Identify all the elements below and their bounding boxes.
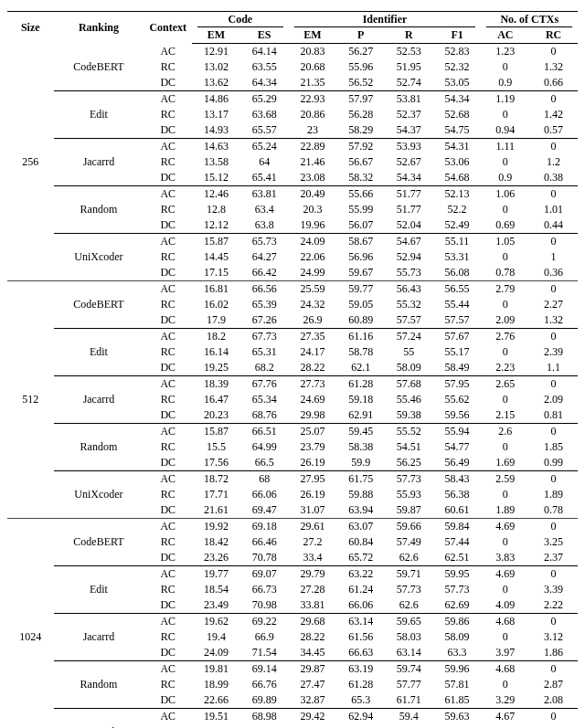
table-row: 256CodeBERTAC12.9164.1420.8356.2752.5352… [7, 44, 578, 60]
cell-value: 20.83 [289, 44, 337, 60]
table-row: JacarrdAC18.3967.7627.7361.2857.6857.952… [7, 376, 578, 393]
cell-context: AC [144, 519, 192, 535]
cell-value: 29.87 [289, 661, 337, 678]
cell-value: 4.68 [481, 661, 529, 678]
cell-value: 28.33 [289, 724, 337, 728]
cell-value: 52.13 [433, 186, 482, 203]
cell-context: DC [144, 692, 192, 709]
cell-value: 61.85 [433, 692, 482, 709]
cell-value: 59.95 [433, 566, 482, 583]
table-row: EditAC14.8665.2922.9357.9753.8154.341.19… [7, 91, 578, 108]
col-size: Size [7, 12, 54, 44]
cell-ranking: Edit [54, 91, 144, 139]
cell-size: 1024 [7, 519, 54, 729]
cell-context: DC [144, 312, 192, 329]
cell-value: 59.88 [336, 487, 385, 502]
cell-ranking: Random [54, 186, 144, 234]
cell-value: 24.32 [289, 297, 337, 312]
cell-value: 16.81 [192, 281, 240, 298]
cell-value: 68.2 [240, 360, 289, 376]
cell-value: 24.69 [289, 392, 337, 407]
cell-value: 59.66 [385, 519, 433, 535]
cell-value: 61.75 [336, 471, 385, 488]
cell-value: 64.34 [240, 75, 289, 91]
cell-value: 53.31 [433, 249, 482, 265]
cell-value: 54.75 [433, 122, 482, 139]
cell-value: 63.4 [240, 202, 289, 217]
cell-context: AC [144, 424, 192, 440]
cell-value: 0 [529, 44, 578, 60]
cell-value: 66.73 [240, 582, 289, 597]
cell-value: 65.72 [336, 550, 385, 566]
cell-value: 64 [240, 154, 289, 170]
cell-value: 59.45 [336, 424, 385, 440]
cell-value: 57.49 [385, 534, 433, 550]
cell-ranking: Edit [54, 566, 144, 614]
cell-value: 62.6 [385, 597, 433, 614]
cell-value: 51.95 [385, 59, 433, 75]
cell-value: 13.02 [192, 59, 240, 75]
cell-value: 18.72 [192, 471, 240, 488]
cell-value: 62.69 [433, 597, 482, 614]
cell-value: 19.62 [192, 614, 240, 630]
cell-value: 1.42 [529, 107, 578, 122]
cell-value: 52.04 [385, 217, 433, 234]
cell-value: 0 [529, 376, 578, 393]
cell-value: 25.07 [289, 424, 337, 440]
cell-value: 17.56 [192, 455, 240, 471]
cell-value: 56.25 [385, 455, 433, 471]
cell-value: 52.67 [385, 154, 433, 170]
cell-value: 0 [529, 566, 578, 583]
cell-value: 67.73 [240, 329, 289, 345]
cell-value: 59.74 [385, 661, 433, 678]
cell-value: 62.91 [336, 407, 385, 424]
cell-value: 18.2 [192, 329, 240, 345]
cell-value: 60.89 [336, 312, 385, 329]
cell-value: 0.38 [529, 170, 578, 186]
cell-value: 0 [529, 329, 578, 345]
cell-value: 59.65 [385, 614, 433, 630]
cell-value: 57.73 [433, 582, 482, 597]
cell-value: 20.86 [289, 107, 337, 122]
cell-context: RC [144, 677, 192, 692]
cell-value: 1.2 [529, 154, 578, 170]
cell-value: 13.62 [192, 75, 240, 91]
cell-value: 3.97 [481, 645, 529, 661]
cell-value: 27.95 [289, 471, 337, 488]
cell-context: AC [144, 614, 192, 630]
cell-value: 20.3 [289, 202, 337, 217]
table-row: UniXcoderAC15.8765.7324.0958.6754.6755.1… [7, 234, 578, 250]
cell-value: 63.55 [240, 59, 289, 75]
cell-value: 15.5 [192, 439, 240, 455]
cell-value: 63.8 [240, 217, 289, 234]
cell-value: 0 [529, 614, 578, 630]
cell-value: 22.66 [192, 692, 240, 709]
cell-value: 57.95 [433, 376, 482, 393]
cell-value: 59.67 [336, 265, 385, 281]
cell-value: 69.89 [240, 692, 289, 709]
cell-value: 55.17 [433, 344, 482, 360]
cell-value: 0 [529, 139, 578, 155]
cell-value: 22.93 [289, 91, 337, 108]
cell-value: 65.24 [240, 139, 289, 155]
cell-value: 0 [481, 107, 529, 122]
cell-ranking: CodeBERT [54, 44, 144, 91]
cell-context: AC [144, 139, 192, 155]
cell-value: 17.71 [192, 487, 240, 502]
cell-context: RC [144, 107, 192, 122]
cell-value: 27.35 [289, 329, 337, 345]
cell-value: 14.93 [192, 122, 240, 139]
cell-value: 13.17 [192, 107, 240, 122]
cell-value: 56.08 [433, 265, 482, 281]
cell-value: 55.11 [433, 234, 482, 250]
cell-context: RC [144, 344, 192, 360]
cell-value: 58.38 [433, 724, 482, 728]
cell-value: 1 [529, 249, 578, 265]
cell-ranking: Edit [54, 329, 144, 376]
cell-value: 1.32 [529, 312, 578, 329]
cell-value: 59.87 [385, 502, 433, 519]
cell-value: 1.19 [481, 91, 529, 108]
cell-value: 0 [481, 629, 529, 645]
cell-context: DC [144, 645, 192, 661]
cell-value: 69.18 [240, 519, 289, 535]
